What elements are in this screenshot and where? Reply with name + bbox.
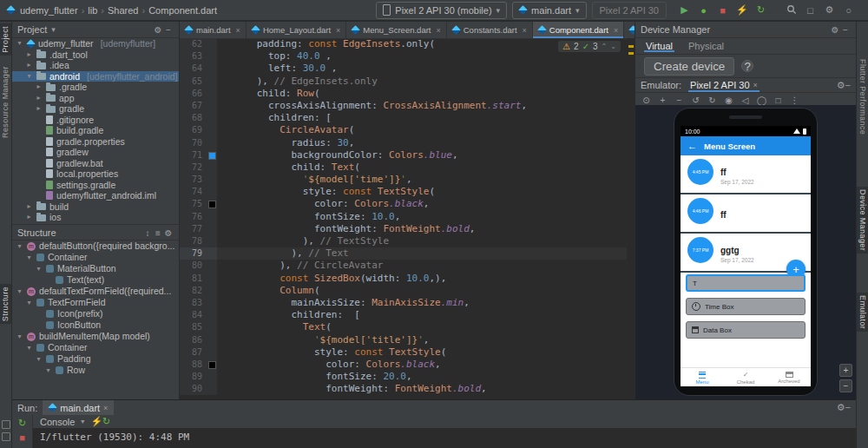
- code-line[interactable]: 79 ), // Text: [180, 247, 635, 260]
- code-line[interactable]: 65 ), // EdgeInsets.only: [180, 76, 635, 88]
- list-item[interactable]: 4:46 PMff: [681, 194, 811, 234]
- line-number[interactable]: 65: [180, 76, 207, 88]
- editor-tab-Archeived_Screen.dart[interactable]: Archeived_Screen.dart×: [624, 22, 635, 38]
- chevron-down-icon[interactable]: ▾: [25, 252, 33, 263]
- hide-icon[interactable]: −: [845, 402, 851, 412]
- color-preview-chip[interactable]: [208, 201, 216, 208]
- stop-icon[interactable]: ■: [717, 5, 728, 16]
- screenshot-icon[interactable]: ◉: [724, 96, 733, 105]
- tool-strip-button-device-manager[interactable]: Device Manager: [857, 187, 868, 254]
- line-number[interactable]: 82: [180, 285, 207, 297]
- project-tree-item[interactable]: ▸build: [12, 201, 179, 213]
- layout-icon[interactable]: □: [805, 5, 816, 16]
- power-icon[interactable]: ⊙: [641, 96, 651, 105]
- rotate-right-icon[interactable]: ↻: [707, 96, 717, 105]
- structure-tree-item[interactable]: ▾mdefaultTextFormField({required...: [12, 286, 179, 297]
- stop-icon[interactable]: ■: [19, 432, 25, 443]
- code-line[interactable]: 88 color: Colors.black,: [180, 359, 635, 371]
- line-number[interactable]: 77: [180, 223, 207, 235]
- hot-reload-icon[interactable]: ⚡: [90, 416, 102, 427]
- chevron-right-icon[interactable]: ▸: [25, 49, 33, 61]
- close-icon[interactable]: ×: [614, 26, 618, 35]
- code-line[interactable]: 83 mainAxisSize: MainAxisSize.min,: [180, 297, 635, 309]
- rotate-left-icon[interactable]: ↺: [691, 96, 700, 105]
- color-preview-chip[interactable]: [208, 152, 216, 160]
- line-number[interactable]: 72: [180, 161, 207, 174]
- line-number[interactable]: 76: [180, 211, 207, 223]
- close-icon[interactable]: ×: [103, 404, 108, 412]
- editor-tab-Constants.dart[interactable]: Constants.dart×: [447, 22, 533, 38]
- line-number[interactable]: 66: [180, 88, 207, 100]
- code-line[interactable]: 90 fontWeight: FontWeight.bold,: [180, 383, 635, 395]
- run-icon[interactable]: ▶: [679, 4, 690, 16]
- close-icon[interactable]: ×: [236, 26, 240, 35]
- line-number[interactable]: 90: [180, 383, 207, 395]
- structure-tree-item[interactable]: Text(text): [12, 274, 179, 286]
- project-tree-item[interactable]: settings.gradle: [12, 180, 179, 191]
- line-number[interactable]: 70: [180, 137, 207, 149]
- code-line[interactable]: 89 fontSize: 20.0,: [180, 371, 635, 383]
- code-line[interactable]: 67 crossAxisAlignment: CrossAxisAlignmen…: [180, 100, 635, 112]
- structure-tree-item[interactable]: IconButton: [12, 320, 179, 331]
- line-number[interactable]: 80: [180, 260, 207, 272]
- structure-tree-item[interactable]: ▾Padding: [12, 353, 179, 365]
- breadcrumb-item[interactable]: lib: [88, 5, 97, 16]
- title-text-field[interactable]: T: [686, 274, 806, 292]
- run-tab[interactable]: main.dart ×: [43, 400, 114, 415]
- line-number[interactable]: 88: [180, 359, 207, 371]
- code-line[interactable]: 86 '${model['title']}',: [180, 334, 635, 346]
- sort-icon[interactable]: ↕: [142, 228, 153, 238]
- chevron-right-icon[interactable]: ▸: [25, 60, 33, 71]
- prev-issue-icon[interactable]: ⌃: [602, 43, 608, 50]
- tool-strip-button-emulator[interactable]: Emulator: [857, 293, 868, 332]
- chevron-down-icon[interactable]: ▾: [35, 353, 43, 365]
- line-number[interactable]: 84: [180, 309, 207, 321]
- emulator-device-tab[interactable]: Pixel 2 API 30 ×: [688, 78, 760, 92]
- toolwindow-switcher-icon[interactable]: [2, 420, 10, 429]
- chevron-right-icon[interactable]: ▸: [25, 201, 33, 213]
- code-line[interactable]: 78 ), // TextStyle: [180, 235, 635, 247]
- chevron-down-icon[interactable]: ▾: [25, 342, 33, 353]
- time-box-field[interactable]: Time Box: [686, 298, 806, 315]
- project-tree-item[interactable]: udemyflutter_android.iml: [12, 190, 179, 201]
- device-manager-tab-physical[interactable]: Physical: [687, 40, 726, 52]
- code-line[interactable]: 70 radius: 30,: [180, 137, 635, 149]
- chevron-down-icon[interactable]: ▾: [51, 25, 56, 34]
- code-line[interactable]: 87 style: const TextStyle(: [180, 346, 635, 359]
- tool-strip-button-flutter-performance[interactable]: Flutter Performance: [857, 56, 868, 137]
- structure-tree-item[interactable]: ▾TextFormField: [12, 297, 179, 308]
- settings-icon[interactable]: ⚙: [153, 25, 163, 35]
- line-number[interactable]: 79: [180, 247, 207, 260]
- line-number[interactable]: 89: [180, 371, 207, 383]
- device-manager-tab-virtual[interactable]: Virtual: [644, 40, 674, 52]
- code-line[interactable]: 84 children: [: [180, 309, 635, 321]
- color-preview-chip[interactable]: [208, 361, 216, 369]
- project-tree-item[interactable]: local.properties: [12, 168, 179, 180]
- code-area[interactable]: 62 padding: const EdgeInsets.only(63 top…: [180, 38, 635, 399]
- tool-strip-button-structure[interactable]: Structure: [0, 284, 11, 324]
- line-number[interactable]: 75: [180, 198, 207, 210]
- code-line[interactable]: 71 backgroundColor: Colors.blue,: [180, 149, 635, 161]
- project-tree-item[interactable]: ▸.dart_tool: [12, 49, 179, 61]
- project-tree-item[interactable]: ▸.idea: [12, 60, 179, 71]
- code-line[interactable]: 75 color: Colors.black,: [180, 198, 635, 210]
- line-number[interactable]: 73: [180, 174, 207, 186]
- hide-icon[interactable]: −: [163, 25, 174, 35]
- chevron-down-icon[interactable]: ▾: [16, 286, 23, 297]
- nav-item-chekad[interactable]: ✓Chekad: [724, 368, 767, 386]
- chevron-down-icon[interactable]: ▾: [16, 38, 23, 49]
- line-number[interactable]: 81: [180, 273, 207, 285]
- project-tree-item[interactable]: ▸ios: [12, 212, 179, 223]
- back-arrow-icon[interactable]: ←: [687, 141, 697, 151]
- editor-tab-Home_Layout.dart[interactable]: Home_Layout.dart×: [247, 22, 346, 38]
- code-line[interactable]: 63 top: 40.0 ,: [180, 50, 635, 63]
- code-line[interactable]: 80 ), // CircleAvatar: [180, 260, 635, 272]
- settings-icon[interactable]: ⚙: [837, 80, 845, 91]
- settings-icon[interactable]: ⚙: [830, 25, 840, 35]
- chevron-down-icon[interactable]: ▾: [44, 365, 52, 376]
- line-number[interactable]: 78: [180, 235, 207, 247]
- hot-reload-icon[interactable]: ⚡: [736, 4, 747, 16]
- line-number[interactable]: 86: [180, 334, 207, 346]
- hot-restart-icon[interactable]: ↻: [102, 416, 110, 427]
- target-device-pill[interactable]: Pixel 2 API 30: [592, 2, 667, 19]
